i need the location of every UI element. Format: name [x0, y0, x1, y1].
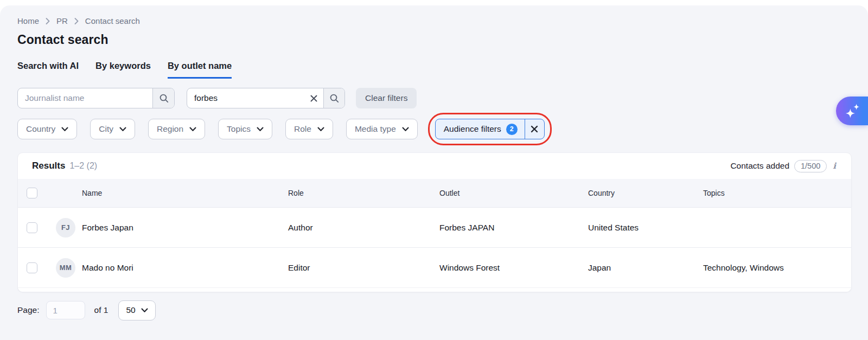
card-bottom-padding: [18, 287, 851, 292]
chevron-right-icon: [74, 18, 79, 24]
audience-filters-button[interactable]: Audience filters 2: [435, 119, 545, 139]
column-header-outlet: Outlet: [439, 189, 588, 197]
pagination: Page: of 1 50: [17, 299, 852, 321]
breadcrumb-home[interactable]: Home: [17, 16, 39, 25]
tab-by-keywords[interactable]: By keywords: [95, 61, 151, 79]
filter-country[interactable]: Country: [17, 119, 77, 139]
results-card: Results 1–2 (2) Contacts added 1/500 i N…: [17, 152, 852, 292]
filter-media-type[interactable]: Media type: [346, 119, 418, 139]
ai-assistant-button[interactable]: [836, 97, 868, 125]
column-header-name: Name: [56, 189, 288, 197]
results-title: Results: [32, 161, 65, 171]
filter-role[interactable]: Role: [285, 119, 333, 139]
contacts-added-label: Contacts added: [730, 161, 789, 171]
filter-topics[interactable]: Topics: [218, 119, 272, 139]
chevron-right-icon: [46, 18, 50, 24]
breadcrumb-current: Contact search: [85, 16, 140, 25]
results-range: 1–2 (2): [69, 161, 97, 171]
contact-role: Editor: [288, 263, 439, 273]
filter-row: Country City Region Topics Role Media ty…: [17, 119, 852, 139]
search-mode-tabs: Search with AI By keywords By outlet nam…: [17, 61, 852, 79]
column-header-topics: Topics: [703, 189, 851, 197]
search-row: Clear filters: [17, 88, 852, 108]
contact-country: Japan: [588, 263, 703, 273]
table-row[interactable]: FJ Forbes Japan Author Forbes JAPAN Unit…: [18, 207, 851, 247]
table-row[interactable]: MM Mado no Mori Editor Windows Forest Ja…: [18, 247, 851, 287]
chevron-down-icon: [61, 127, 68, 132]
contact-search-page: Home PR Contact search Contact search Se…: [0, 5, 868, 340]
page-size-value: 50: [126, 305, 135, 315]
contact-outlet: Windows Forest: [439, 263, 588, 273]
page-of-total: of 1: [94, 305, 108, 315]
breadcrumb: Home PR Contact search: [17, 16, 852, 25]
avatar: FJ: [56, 218, 75, 238]
contact-name[interactable]: Mado no Mori: [82, 263, 133, 273]
page-size-select[interactable]: 50: [118, 300, 155, 320]
filter-city[interactable]: City: [90, 119, 135, 139]
select-all-checkbox[interactable]: [27, 188, 37, 198]
page-number-input[interactable]: [46, 301, 85, 319]
page-title: Contact search: [17, 33, 852, 47]
audience-filters-count-badge: 2: [506, 124, 518, 135]
contacts-added-count: 1/500: [794, 160, 827, 172]
audience-filters-group: Audience filters 2: [435, 119, 545, 139]
column-header-role: Role: [288, 189, 439, 197]
outlet-search-button[interactable]: [323, 88, 344, 108]
outlet-name-input[interactable]: [187, 88, 304, 108]
journalist-search-button[interactable]: [152, 88, 174, 108]
clear-outlet-input-icon[interactable]: [304, 88, 323, 108]
chevron-down-icon: [402, 127, 409, 132]
contact-outlet: Forbes JAPAN: [439, 223, 588, 233]
contact-role: Author: [288, 223, 439, 233]
page-label: Page:: [17, 305, 40, 315]
info-icon[interactable]: i: [832, 161, 837, 171]
chevron-down-icon: [141, 308, 148, 313]
row-checkbox[interactable]: [27, 262, 37, 273]
filter-region[interactable]: Region: [148, 119, 205, 139]
contact-topics: Technology, Windows: [703, 263, 851, 273]
search-icon: [329, 93, 339, 103]
results-header: Results 1–2 (2) Contacts added 1/500 i: [18, 153, 851, 179]
column-header-country: Country: [588, 189, 703, 197]
journalist-search-box: [17, 88, 175, 108]
contact-country: United States: [588, 223, 703, 233]
avatar: MM: [56, 258, 75, 278]
search-icon: [159, 93, 169, 103]
journalist-name-input[interactable]: [18, 88, 152, 108]
breadcrumb-pr[interactable]: PR: [56, 16, 68, 25]
clear-filters-button[interactable]: Clear filters: [356, 88, 417, 108]
audience-filters-label: Audience filters: [444, 124, 501, 134]
contact-name[interactable]: Forbes Japan: [82, 223, 133, 233]
chevron-down-icon: [119, 127, 126, 132]
table-header: Name Role Outlet Country Topics: [18, 179, 851, 207]
tab-by-outlet-name[interactable]: By outlet name: [168, 61, 232, 79]
chevron-down-icon: [317, 127, 324, 132]
chevron-down-icon: [189, 127, 196, 132]
chevron-down-icon: [257, 127, 264, 132]
tab-search-with-ai[interactable]: Search with AI: [17, 61, 79, 79]
outlet-search-box: [187, 88, 345, 108]
remove-audience-filters-icon[interactable]: [525, 119, 544, 139]
row-checkbox[interactable]: [27, 222, 37, 233]
sparkles-icon: [843, 101, 862, 121]
